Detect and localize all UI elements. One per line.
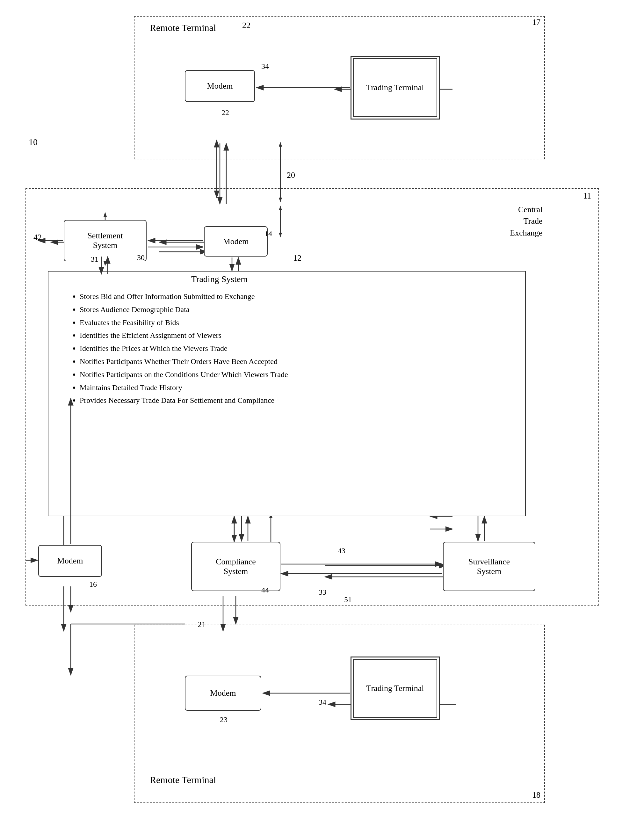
- bullet-item-5: Identifies the Prices at Which the Viewe…: [80, 342, 520, 355]
- bullet-item-2: Stores Audience Demographic Data: [80, 303, 520, 316]
- ref31-label: 31: [91, 255, 98, 264]
- bullet-list: Stores Bid and Offer Information Submitt…: [67, 290, 520, 407]
- bullet-items: Stores Bid and Offer Information Submitt…: [67, 290, 520, 407]
- ref17-label: 17: [532, 17, 540, 27]
- compliance-system-box: Compliance System: [191, 542, 281, 591]
- ref43-label: 43: [338, 547, 345, 555]
- settlement-system-label: Settlement System: [87, 231, 123, 250]
- bullet-item-1: Stores Bid and Offer Information Submitt…: [80, 290, 520, 303]
- modem-central-label: Modem: [223, 237, 249, 246]
- settlement-system-box: Settlement System: [64, 220, 147, 261]
- bullet-item-4: Identifies the Efficient Assignment of V…: [80, 329, 520, 342]
- bullet-item-7: Notifies Participants on the Conditions …: [80, 368, 520, 381]
- ref33-label: 33: [319, 588, 326, 596]
- ref21-label: 21: [198, 620, 206, 630]
- compliance-system-label: Compliance System: [216, 557, 256, 576]
- ref51-label: 51: [344, 595, 352, 604]
- trading-terminal-bottom-label: Trading Terminal: [366, 684, 424, 693]
- bullet-item-3: Evaluates the Feasibility of Bids: [80, 316, 520, 329]
- ref22-top-label: 22: [242, 21, 250, 30]
- ref42-label: 42: [34, 233, 42, 242]
- surveillance-system-label: Surveillance System: [468, 557, 510, 576]
- modem-top-label: Modem: [207, 81, 233, 91]
- ref34-top: 34: [261, 62, 269, 71]
- modem-bottom-label: Modem: [210, 688, 236, 698]
- ref44-label: 44: [261, 586, 269, 595]
- ref12-label: 12: [293, 253, 301, 263]
- ref18-label: 18: [532, 790, 540, 800]
- bullet-item-6: Notifies Participants Whether Their Orde…: [80, 355, 520, 368]
- central-trade-exchange-label: CentralTradeExchange: [510, 204, 543, 239]
- ref30-label: 30: [137, 253, 145, 262]
- remote-terminal-bottom-label: Remote Terminal: [150, 774, 216, 785]
- modem-bottom-box: Modem: [185, 676, 261, 711]
- trading-terminal-bottom-outer: Trading Terminal: [351, 656, 440, 720]
- diagram-container: Remote Terminal 22 17 Modem 34 22 Tradin…: [0, 0, 644, 820]
- ref20-label: 20: [287, 170, 295, 180]
- surveillance-system-box: Surveillance System: [443, 542, 535, 591]
- modem-central-box: Modem: [204, 226, 268, 256]
- trading-terminal-top-outer: Trading Terminal: [351, 56, 440, 120]
- remote-terminal-top-label: Remote Terminal: [150, 22, 216, 33]
- trading-terminal-top-label: Trading Terminal: [366, 83, 424, 92]
- modem-top-remote: Modem: [185, 70, 255, 102]
- trading-system-title: Trading System: [191, 274, 248, 284]
- ref10-label: 10: [29, 137, 38, 147]
- ref16-label: 16: [89, 580, 97, 589]
- bullet-item-8: Maintains Detailed Trade History: [80, 381, 520, 394]
- modem-left-label: Modem: [57, 556, 83, 566]
- bullet-item-9: Provides Necessary Trade Data For Settle…: [80, 394, 520, 407]
- modem-left-box: Modem: [38, 545, 102, 577]
- ref14-label: 14: [264, 230, 272, 238]
- ref11-label: 11: [583, 191, 591, 201]
- ref23-label: 23: [220, 716, 227, 724]
- ref22-bottom-top: 22: [221, 108, 229, 117]
- ref34-bottom: 34: [319, 698, 326, 707]
